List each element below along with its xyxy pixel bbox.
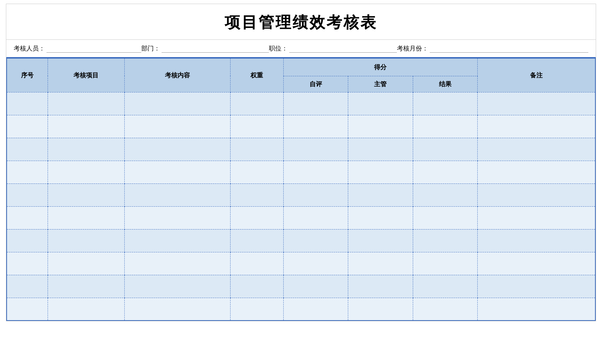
- table-cell[interactable]: [283, 183, 348, 206]
- table-cell[interactable]: [230, 138, 283, 161]
- table-cell[interactable]: [124, 161, 230, 183]
- table-cell[interactable]: [348, 229, 413, 252]
- position-value[interactable]: [289, 45, 397, 53]
- table-cell[interactable]: [7, 298, 48, 321]
- header-row-1: 序号 考核项目 考核内容 权重 得分 备注: [7, 58, 595, 76]
- table-cell[interactable]: [478, 298, 595, 321]
- table-cell[interactable]: [413, 206, 478, 229]
- table-cell[interactable]: [48, 138, 124, 161]
- table-cell[interactable]: [124, 183, 230, 206]
- table-cell[interactable]: [283, 115, 348, 138]
- table-cell[interactable]: [348, 206, 413, 229]
- table-cell[interactable]: [124, 92, 230, 115]
- table-cell[interactable]: [7, 92, 48, 115]
- table-cell[interactable]: [413, 298, 478, 321]
- table-cell[interactable]: [48, 183, 124, 206]
- header-content: 考核内容: [124, 58, 230, 92]
- table-cell[interactable]: [7, 183, 48, 206]
- table-cell[interactable]: [348, 298, 413, 321]
- table-row: [7, 138, 595, 161]
- table-cell[interactable]: [283, 161, 348, 183]
- reviewer-value[interactable]: [46, 45, 141, 53]
- table-cell[interactable]: [283, 92, 348, 115]
- table-cell[interactable]: [348, 115, 413, 138]
- table-cell[interactable]: [230, 183, 283, 206]
- table-cell[interactable]: [283, 275, 348, 298]
- header-self-eval: 自评: [283, 76, 348, 92]
- table-cell[interactable]: [230, 298, 283, 321]
- table-cell[interactable]: [478, 275, 595, 298]
- table-row: [7, 161, 595, 183]
- page-title: 项目管理绩效考核表: [10, 12, 592, 33]
- table-cell[interactable]: [348, 252, 413, 275]
- table-cell[interactable]: [7, 275, 48, 298]
- reviewer-label: 考核人员：: [14, 44, 45, 53]
- table-cell[interactable]: [348, 138, 413, 161]
- table-cell[interactable]: [283, 206, 348, 229]
- table-cell[interactable]: [283, 229, 348, 252]
- table-cell[interactable]: [413, 115, 478, 138]
- table-cell[interactable]: [413, 252, 478, 275]
- table-cell[interactable]: [413, 183, 478, 206]
- table-cell[interactable]: [7, 115, 48, 138]
- table-cell[interactable]: [124, 138, 230, 161]
- table-cell[interactable]: [348, 92, 413, 115]
- table-cell[interactable]: [283, 298, 348, 321]
- table-row: [7, 298, 595, 321]
- table-cell[interactable]: [478, 229, 595, 252]
- table-cell[interactable]: [230, 92, 283, 115]
- table-cell[interactable]: [413, 161, 478, 183]
- table-cell[interactable]: [230, 206, 283, 229]
- table-row: [7, 183, 595, 206]
- table-cell[interactable]: [478, 138, 595, 161]
- table-cell[interactable]: [48, 92, 124, 115]
- table-cell[interactable]: [230, 115, 283, 138]
- table-cell[interactable]: [48, 206, 124, 229]
- table-cell[interactable]: [48, 275, 124, 298]
- table-cell[interactable]: [283, 252, 348, 275]
- table-cell[interactable]: [230, 275, 283, 298]
- table-cell[interactable]: [7, 229, 48, 252]
- table-cell[interactable]: [7, 161, 48, 183]
- table-cell[interactable]: [124, 115, 230, 138]
- table-cell[interactable]: [478, 161, 595, 183]
- table-cell[interactable]: [283, 138, 348, 161]
- table-cell[interactable]: [48, 298, 124, 321]
- table-cell[interactable]: [48, 229, 124, 252]
- table-cell[interactable]: [7, 138, 48, 161]
- table-cell[interactable]: [478, 183, 595, 206]
- table-cell[interactable]: [7, 206, 48, 229]
- table-cell[interactable]: [230, 252, 283, 275]
- table-cell[interactable]: [124, 229, 230, 252]
- table-cell[interactable]: [124, 252, 230, 275]
- department-value[interactable]: [162, 45, 269, 53]
- table-cell[interactable]: [413, 275, 478, 298]
- table-cell[interactable]: [7, 252, 48, 275]
- month-value[interactable]: [430, 45, 588, 53]
- table-cell[interactable]: [413, 92, 478, 115]
- table-cell[interactable]: [230, 229, 283, 252]
- table-cell[interactable]: [348, 183, 413, 206]
- table-cell[interactable]: [348, 161, 413, 183]
- table-cell[interactable]: [124, 298, 230, 321]
- table-cell[interactable]: [413, 138, 478, 161]
- table-cell[interactable]: [413, 229, 478, 252]
- table-cell[interactable]: [230, 161, 283, 183]
- table-cell[interactable]: [478, 115, 595, 138]
- page-wrapper: 项目管理绩效考核表 考核人员： 部门： 职位： 考核月份：: [6, 4, 596, 321]
- table-cell[interactable]: [48, 161, 124, 183]
- header-result: 结果: [413, 76, 478, 92]
- table-cell[interactable]: [48, 252, 124, 275]
- table-cell[interactable]: [124, 275, 230, 298]
- table-cell[interactable]: [348, 275, 413, 298]
- table-cell[interactable]: [478, 206, 595, 229]
- table-cell[interactable]: [478, 92, 595, 115]
- header-weight: 权重: [230, 58, 283, 92]
- table-cell[interactable]: [478, 252, 595, 275]
- header-seq: 序号: [7, 58, 48, 92]
- main-table: 序号 考核项目 考核内容 权重 得分 备注 自评 主管 结果: [6, 58, 596, 321]
- table-cell[interactable]: [124, 206, 230, 229]
- reviewer-field: 考核人员：: [14, 44, 141, 53]
- table-cell[interactable]: [48, 115, 124, 138]
- table-row: [7, 206, 595, 229]
